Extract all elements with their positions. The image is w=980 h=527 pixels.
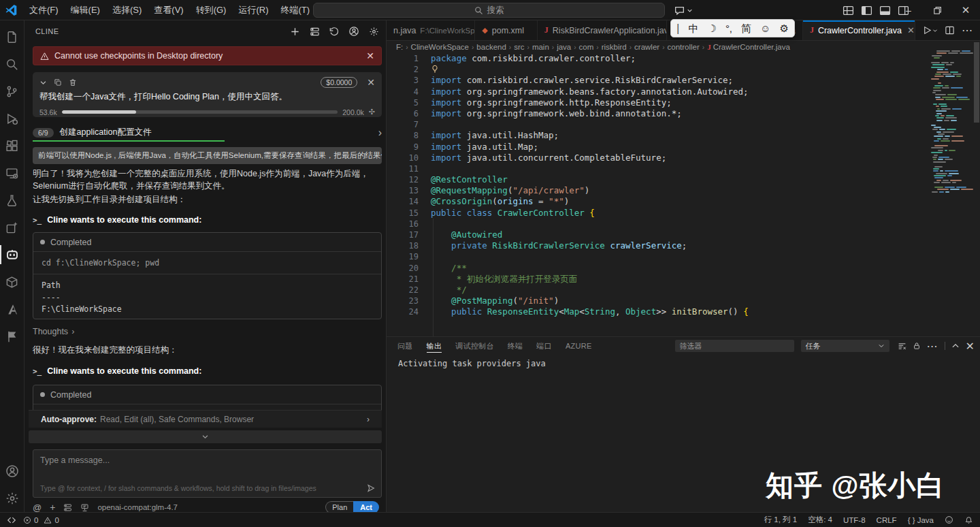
- run-java-button[interactable]: [922, 25, 938, 35]
- maximize-panel-icon[interactable]: [951, 342, 960, 350]
- output-channel-select[interactable]: 任务: [801, 340, 889, 352]
- status-item[interactable]: UTF-8: [843, 516, 866, 524]
- api-provider-icon[interactable]: [80, 503, 89, 512]
- panel-tab-输出[interactable]: 输出: [427, 337, 442, 355]
- mcp-rack-icon[interactable]: [63, 503, 72, 512]
- panel-tab-终端[interactable]: 终端: [508, 337, 523, 355]
- ime-moon[interactable]: ☽: [707, 20, 716, 37]
- new-task-icon[interactable]: [288, 25, 301, 38]
- notifications-bell-icon[interactable]: [964, 515, 973, 524]
- quoted-context[interactable]: 前端可以使用Node.js , 后端使用Java，自动化工具使用Selenium…: [33, 147, 382, 164]
- activity-azure-icon[interactable]: [0, 296, 24, 323]
- activity-containers-icon[interactable]: [0, 268, 24, 296]
- toggle-panel-icon[interactable]: [879, 5, 891, 16]
- breadcrumb-item[interactable]: F:: [396, 43, 403, 51]
- code-editor[interactable]: 1package com.riskbird.crawler.controller…: [387, 53, 928, 336]
- command-center-search[interactable]: 搜索: [313, 3, 665, 18]
- feedback-face-icon[interactable]: [945, 515, 953, 524]
- activity-remote-explorer-icon[interactable]: [0, 159, 24, 187]
- activity-extensions-icon[interactable]: [0, 132, 24, 159]
- status-item[interactable]: { } Java: [908, 516, 934, 524]
- breadcrumb-item[interactable]: CrawlerController.java: [713, 43, 790, 51]
- panel-tab-调试控制台[interactable]: 调试控制台: [455, 337, 494, 355]
- ime-caret[interactable]: |: [676, 20, 679, 37]
- split-editor-icon[interactable]: [945, 25, 955, 35]
- activity-run-debug-icon[interactable]: [0, 105, 24, 132]
- close-tab-icon[interactable]: ✕: [907, 25, 915, 35]
- copy-icon[interactable]: [54, 78, 62, 86]
- collapse-task-icon[interactable]: [39, 79, 47, 86]
- menu-item-5[interactable]: 运行(R): [232, 0, 274, 20]
- breadcrumb-item[interactable]: crawler: [634, 43, 659, 51]
- thoughts-toggle[interactable]: Thoughts ›: [33, 327, 74, 336]
- activity-search-icon[interactable]: [0, 50, 24, 78]
- model-selector[interactable]: openai-compat:glm-4.7: [97, 503, 178, 511]
- send-icon[interactable]: [366, 483, 376, 493]
- activity-manage-settings-icon[interactable]: [0, 485, 24, 512]
- editor-tab-n.java[interactable]: n.javaF:\ClineWorkSpace: [387, 20, 475, 40]
- breadcrumb[interactable]: F:›ClineWorkSpace›backend›src›main›java›…: [387, 41, 980, 53]
- menu-item-3[interactable]: 查看(V): [148, 0, 189, 20]
- menu-item-2[interactable]: 选择(S): [106, 0, 148, 20]
- act-button[interactable]: Act: [353, 501, 379, 512]
- toggle-primary-sidebar-icon[interactable]: [861, 5, 872, 16]
- focus-chain-row[interactable]: 6/9 创建application配置文件 ›: [33, 125, 382, 142]
- problems-indicator[interactable]: 0 0: [23, 516, 59, 524]
- resize-handle-icon[interactable]: ✣: [369, 108, 375, 116]
- auto-approve-bar[interactable]: Auto-approve: Read, Edit (all), Safe Com…: [29, 410, 382, 428]
- clear-output-icon[interactable]: [898, 342, 906, 351]
- editor-more-actions-icon[interactable]: ⋯: [962, 24, 973, 37]
- ime-chinese-mode[interactable]: 中: [688, 20, 698, 37]
- activity-accounts-icon[interactable]: [0, 458, 24, 485]
- status-item[interactable]: 空格: 4: [808, 515, 832, 525]
- settings-icon[interactable]: [367, 25, 380, 38]
- remote-indicator-icon[interactable]: [7, 515, 16, 525]
- breadcrumb-item[interactable]: main: [532, 43, 549, 51]
- activity-chat-editor-icon[interactable]: [0, 214, 24, 241]
- panel-tab-问题[interactable]: 问题: [397, 337, 413, 355]
- activity-testing-icon[interactable]: [0, 187, 24, 214]
- menu-item-1[interactable]: 编辑(E): [65, 0, 106, 20]
- editor-tab-pom.xml[interactable]: ◆pom.xml: [475, 20, 538, 40]
- panel-tab-端口[interactable]: 端口: [536, 337, 552, 355]
- close-task-icon[interactable]: ✕: [367, 77, 375, 88]
- delete-task-icon[interactable]: [69, 78, 77, 86]
- status-item[interactable]: 行 1, 列 1: [764, 515, 798, 525]
- banner-close-icon[interactable]: ✕: [366, 50, 374, 61]
- breadcrumb-item[interactable]: src: [514, 43, 524, 51]
- plan-button[interactable]: Plan: [325, 501, 353, 512]
- lock-scroll-icon[interactable]: [913, 342, 921, 350]
- more-actions-icon[interactable]: ⋯: [927, 340, 938, 353]
- ime-punctuation-mode[interactable]: °,: [725, 20, 732, 37]
- command-status[interactable]: Completed: [33, 385, 381, 404]
- add-button[interactable]: +: [50, 502, 55, 512]
- history-icon[interactable]: [327, 25, 341, 38]
- lightbulb-icon[interactable]: [431, 64, 439, 72]
- close-button[interactable]: ✕: [951, 0, 980, 20]
- context-at-button[interactable]: @: [33, 502, 42, 513]
- message-input[interactable]: Type a message... Type @ for context, / …: [33, 449, 382, 498]
- menu-item-0[interactable]: 文件(F): [23, 0, 65, 20]
- menu-item-6[interactable]: 终端(T): [274, 0, 316, 20]
- output-filter-input[interactable]: 筛选器: [675, 340, 794, 352]
- breadcrumb-item[interactable]: java: [557, 43, 571, 51]
- mcp-servers-icon[interactable]: [308, 25, 321, 38]
- activity-source-control-icon[interactable]: [0, 78, 24, 105]
- editor-scrollbar[interactable]: [973, 41, 980, 336]
- breadcrumb-item[interactable]: riskbird: [602, 43, 627, 51]
- menu-item-4[interactable]: 转到(G): [190, 0, 233, 20]
- command-status[interactable]: Completed: [33, 233, 381, 252]
- customize-layout-icon[interactable]: [843, 5, 854, 16]
- ime-ime-settings[interactable]: ⚙: [779, 20, 788, 37]
- breadcrumb-item[interactable]: com: [579, 43, 594, 51]
- account-icon[interactable]: [347, 25, 361, 38]
- editor-tab-CrawlerController.java[interactable]: JCrawlerController.java✕: [803, 20, 915, 40]
- copilot-chat-button[interactable]: [671, 3, 696, 18]
- activity-plugin-flag-icon[interactable]: [0, 323, 24, 350]
- minimize-button[interactable]: –: [894, 0, 923, 20]
- panel-tab-AZURE[interactable]: AZURE: [566, 337, 592, 355]
- breadcrumb-item[interactable]: controller: [668, 43, 700, 51]
- minimap[interactable]: [931, 50, 973, 336]
- scroll-to-bottom-button[interactable]: [29, 430, 382, 443]
- activity-cline-icon[interactable]: [0, 241, 24, 268]
